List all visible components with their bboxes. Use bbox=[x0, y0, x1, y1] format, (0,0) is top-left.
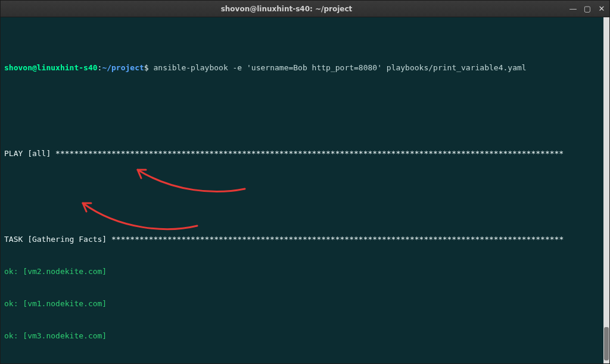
facts-host-line: ok: [vm1.nodekite.com] bbox=[4, 298, 606, 309]
facts-host-line: ok: [vm3.nodekite.com] bbox=[4, 331, 606, 341]
play-all-header: PLAY [all] *****************************… bbox=[4, 148, 606, 159]
close-button[interactable]: ✕ bbox=[597, 5, 606, 13]
terminal-window: shovon@linuxhint-s40: ~/project — ▢ ✕ sh… bbox=[0, 0, 610, 364]
minimize-button[interactable]: — bbox=[569, 5, 577, 13]
window-controls: — ▢ ✕ bbox=[569, 5, 606, 13]
scrollbar-track[interactable] bbox=[603, 17, 609, 363]
prompt-dollar: $ bbox=[144, 63, 149, 72]
prompt-path: ~/project bbox=[102, 63, 144, 72]
prompt-user-host: shovon@linuxhint-s40 bbox=[4, 63, 98, 72]
facts-host-line: ok: [vm4.nodekite.com] bbox=[4, 363, 606, 363]
scrollbar-thumb[interactable] bbox=[604, 327, 609, 360]
command-text: ansible-playbook -e 'username=Bob http_p… bbox=[153, 63, 526, 72]
prompt-line: shovon@linuxhint-s40:~/project$ ansible-… bbox=[4, 63, 606, 73]
terminal-viewport[interactable]: shovon@linuxhint-s40:~/project$ ansible-… bbox=[1, 17, 609, 363]
window-title: shovon@linuxhint-s40: ~/project bbox=[4, 5, 569, 13]
titlebar: shovon@linuxhint-s40: ~/project — ▢ ✕ bbox=[1, 1, 609, 17]
maximize-button[interactable]: ▢ bbox=[583, 5, 592, 13]
annotation-arrow-icon bbox=[72, 197, 209, 239]
facts-host-line: ok: [vm2.nodekite.com] bbox=[4, 266, 606, 277]
task-facts-header: TASK [Gathering Facts] *****************… bbox=[4, 234, 606, 245]
